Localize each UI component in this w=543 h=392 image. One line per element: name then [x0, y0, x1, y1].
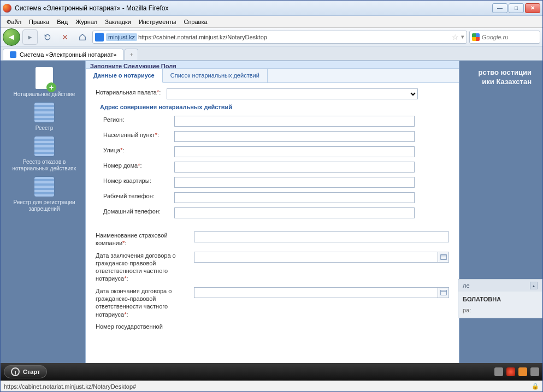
url-path: https://cabinet.notariat.minjust.kz/Nota… [138, 34, 267, 40]
tray-icon[interactable] [518, 367, 527, 376]
close-button[interactable]: ✕ [525, 3, 540, 13]
reload-button[interactable] [40, 29, 55, 45]
settlement-label: Населенный пункт*: [103, 131, 174, 139]
collapse-button[interactable]: ▴ [530, 282, 538, 289]
firefox-icon [3, 4, 11, 13]
search-input[interactable] [482, 34, 526, 40]
user-row-label: ра: [463, 307, 538, 313]
menu-history[interactable]: Журнал [73, 17, 100, 26]
date-end-input[interactable] [194, 287, 438, 298]
settlement-input[interactable] [174, 131, 415, 142]
document-plus-icon [36, 67, 53, 89]
panel-banner: Заполните Следующие Поля [86, 61, 459, 69]
search-bar[interactable] [469, 31, 540, 44]
sidebar-item-registry[interactable]: Реестр [1, 102, 88, 132]
date-end-calendar-button[interactable] [438, 287, 449, 298]
user-panel: ле ▴ БОЛАТОВНА ра: [458, 279, 542, 318]
section-address-title: Адрес совершения нотариальных действий [100, 104, 449, 110]
tab-favicon-icon [10, 51, 16, 58]
app-sidebar: Нотариальное действие Реестр Реестр отка… [1, 61, 88, 363]
url-dropdown-icon[interactable]: ▾ [461, 33, 464, 40]
house-label: Номер дома*: [103, 162, 174, 169]
sidebar-item-refusal-registry[interactable]: Реестр отказов в нотариальных действиях [1, 136, 88, 172]
date-start-calendar-button[interactable] [438, 252, 449, 263]
nav-toolbar: ◄ ► minjust.kz https://cabinet.notariat.… [1, 28, 542, 46]
workphone-label: Рабочий телефон: [103, 192, 174, 200]
tab-notary-data[interactable]: Данные о нотариусе [86, 69, 163, 83]
tab-actions-list[interactable]: Список нотариальных действий [163, 69, 268, 82]
form-scroll-area[interactable]: Нотариальная палата*: Адрес совершения н… [86, 83, 459, 363]
page-content: рство юстицииики Казахстан Нотариальное … [1, 61, 542, 363]
street-input[interactable] [174, 146, 415, 157]
panel-tabs: Данные о нотариусе Список нотариальных д… [86, 69, 459, 83]
sidebar-item-notary-action[interactable]: Нотариальное действие [1, 67, 88, 98]
homephone-input[interactable] [174, 207, 415, 218]
browser-tab[interactable]: Система «Электронный нотариат» [3, 49, 123, 60]
menu-view[interactable]: Вид [54, 17, 70, 26]
date-start-label: Дата заключения договора о гражданско-пр… [96, 252, 194, 283]
lock-icon: 🔒 [532, 383, 539, 390]
menu-bookmarks[interactable]: Закладки [102, 17, 134, 26]
date-end-label: Дата окончания договора о гражданско-пра… [96, 287, 194, 318]
forward-button[interactable]: ► [22, 29, 38, 45]
tray-icon[interactable] [506, 367, 515, 376]
google-icon [472, 33, 480, 41]
insurance-input[interactable] [194, 231, 449, 242]
ministry-label: рство юстицииики Казахстан [479, 68, 532, 87]
system-tray [494, 367, 539, 376]
menu-tools[interactable]: Инструменты [136, 17, 179, 26]
palata-select[interactable] [167, 88, 418, 99]
date-start-input[interactable] [194, 252, 438, 263]
main-form-panel: Заполните Следующие Поля Данные о нотари… [85, 61, 459, 363]
user-name: БОЛАТОВНА [463, 296, 538, 302]
minimize-button[interactable]: — [492, 3, 507, 13]
menu-file[interactable]: Файл [4, 17, 24, 26]
calendar-icon [34, 102, 55, 123]
insurance-label: Наименование страховой компании*: [96, 231, 194, 247]
tray-icon[interactable] [530, 367, 539, 376]
os-taskbar: Старт [1, 363, 542, 381]
window-title: Система «Электронный нотариат» - Mozilla… [15, 4, 492, 12]
gov-num-label: Номер государственной [96, 323, 194, 330]
home-button[interactable] [75, 29, 90, 45]
window-titlebar: Система «Электронный нотариат» - Mozilla… [1, 1, 542, 16]
house-input[interactable] [174, 162, 415, 173]
site-favicon-icon [95, 33, 104, 41]
svg-rect-2 [440, 290, 446, 295]
maximize-button[interactable]: □ [509, 3, 524, 13]
url-bar[interactable]: minjust.kz https://cabinet.notariat.minj… [92, 31, 467, 44]
menu-edit[interactable]: Правка [26, 17, 52, 26]
status-text: https://cabinet.notariat.minjust.kz/Nota… [4, 383, 136, 390]
user-panel-header: ле [463, 282, 470, 289]
region-input[interactable] [174, 116, 415, 127]
street-label: Улица*: [103, 146, 174, 154]
sidebar-item-ban-registry[interactable]: Реестр для регистрации запрещений [1, 176, 88, 212]
tab-label: Система «Электронный нотариат» [20, 51, 116, 58]
palata-label: Нотариальная палата*: [96, 88, 167, 96]
power-icon [11, 367, 20, 376]
url-host: minjust.kz [106, 33, 137, 41]
stop-button[interactable] [57, 29, 73, 45]
apt-label: Номер квартиры: [103, 177, 174, 185]
apt-input[interactable] [174, 177, 415, 188]
calendar-icon [34, 136, 55, 157]
bookmark-star-icon[interactable]: ☆ [452, 33, 459, 41]
back-button[interactable]: ◄ [3, 28, 20, 46]
new-tab-button[interactable]: + [125, 49, 138, 60]
region-label: Регион: [103, 116, 174, 123]
tray-icon[interactable] [494, 367, 503, 376]
tab-strip: Система «Электронный нотариат» + [1, 46, 542, 61]
menu-help[interactable]: Справка [181, 17, 210, 26]
start-button[interactable]: Старт [4, 365, 47, 378]
calendar-icon [34, 176, 55, 197]
homephone-label: Домашний телефон: [103, 207, 174, 215]
menu-bar: Файл Правка Вид Журнал Закладки Инструме… [1, 16, 542, 28]
svg-rect-0 [440, 254, 446, 259]
workphone-input[interactable] [174, 192, 415, 203]
status-bar: https://cabinet.notariat.minjust.kz/Nota… [1, 381, 542, 391]
